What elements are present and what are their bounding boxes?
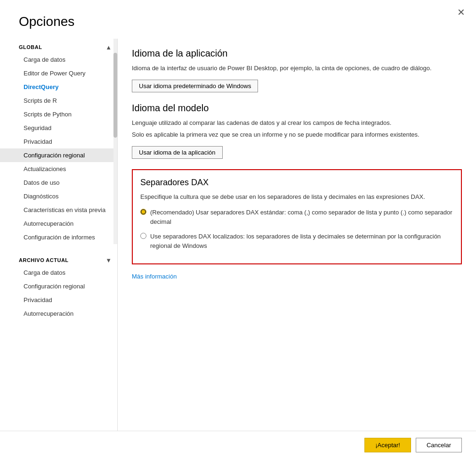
sidebar-item-privacidad[interactable]: Privacidad: [0, 135, 117, 148]
archivo-section-label: ARCHIVO ACTUAL: [19, 257, 69, 263]
dax-radio-input-2[interactable]: [140, 233, 146, 239]
sidebar-item-datos-uso[interactable]: Datos de uso: [0, 176, 117, 189]
chevron-down-icon: ▼: [105, 257, 112, 264]
dax-radio-option2: Use separadores DAX localizados: los sep…: [140, 232, 453, 250]
sidebar-item-direct-query[interactable]: DirectQuery: [0, 80, 117, 94]
model-language-desc2: Solo es aplicable la primera vez que se …: [132, 130, 462, 139]
sidebar-item-caracteristicas[interactable]: Características en vista previa: [0, 203, 117, 217]
sidebar-item-autorrecuperacion-archivo[interactable]: Autorrecuperación: [0, 307, 117, 320]
global-section-header: GLOBAL ▲: [0, 39, 117, 53]
global-collapse-button[interactable]: ▲: [104, 42, 113, 52]
dax-radio-label-1: (Recomendado) Usar separadores DAX están…: [150, 208, 453, 226]
app-language-button[interactable]: Usar idioma predeterminado de Windows: [132, 80, 258, 92]
app-language-desc: Idioma de la interfaz de usuario de Powe…: [132, 64, 462, 73]
sidebar-item-autorrecuperacion[interactable]: Autorrecuperación: [0, 217, 117, 230]
content-area: Idioma de la aplicación Idioma de la int…: [118, 39, 476, 431]
sidebar-item-seguridad[interactable]: Seguridad: [0, 121, 117, 135]
cancel-button[interactable]: Cancelar: [416, 438, 462, 452]
sidebar-item-carga-datos[interactable]: Carga de datos: [0, 53, 117, 66]
model-language-button[interactable]: Usar idioma de la aplicación: [132, 146, 223, 159]
sidebar-item-config-regional[interactable]: Configuración regional: [0, 148, 117, 162]
app-language-title: Idioma de la aplicación: [132, 48, 462, 59]
model-language-title: Idioma del modelo: [132, 103, 462, 114]
scrollbar-thumb[interactable]: [113, 53, 117, 138]
sidebar: GLOBAL ▲ Carga de datos Editor de Power …: [0, 39, 118, 431]
chevron-up-icon: ▲: [105, 44, 112, 51]
dax-radio-input-1[interactable]: [140, 209, 146, 215]
dax-separators-title: Separadores DAX: [140, 178, 453, 188]
dax-radio-option1: (Recomendado) Usar separadores DAX están…: [140, 208, 453, 226]
dax-separators-desc: Especifique la cultura que se debe usar …: [140, 192, 453, 202]
sidebar-item-actualizaciones[interactable]: Actualizaciones: [0, 162, 117, 176]
dax-separators-section: Separadores DAX Especifique la cultura q…: [132, 169, 462, 265]
global-section-label: GLOBAL: [19, 44, 42, 50]
sidebar-item-config-regional-archivo[interactable]: Configuración regional: [0, 279, 117, 293]
sidebar-item-privacidad-archivo[interactable]: Privacidad: [0, 293, 117, 307]
sidebar-item-scripts-python[interactable]: Scripts de Python: [0, 107, 117, 121]
archivo-section-header: ARCHIVO ACTUAL ▼: [0, 252, 117, 266]
scrollbar-track: [113, 39, 117, 244]
archivo-collapse-button[interactable]: ▼: [104, 255, 113, 265]
model-language-desc1: Lenguaje utilizado al comparar las caden…: [132, 118, 462, 128]
accept-button[interactable]: ¡Aceptar!: [364, 438, 411, 452]
sidebar-item-config-informes[interactable]: Configuración de informes: [0, 230, 117, 244]
dialog-body: GLOBAL ▲ Carga de datos Editor de Power …: [0, 39, 476, 431]
more-info-link[interactable]: Más información: [132, 273, 177, 280]
close-button[interactable]: ✕: [455, 7, 468, 18]
sidebar-item-editor-power-query[interactable]: Editor de Power Query: [0, 66, 117, 80]
dax-radio-label-2: Use separadores DAX localizados: los sep…: [150, 232, 453, 250]
dialog-footer: ¡Aceptar! Cancelar: [0, 431, 476, 459]
options-dialog: ✕ Opciones GLOBAL ▲ Carga de datos Edito…: [0, 0, 476, 459]
sidebar-item-diagnosticos[interactable]: Diagnósticos: [0, 189, 117, 203]
sidebar-item-scripts-r[interactable]: Scripts de R: [0, 94, 117, 107]
dialog-title: Opciones: [0, 0, 476, 39]
sidebar-item-carga-datos-archivo[interactable]: Carga de datos: [0, 266, 117, 279]
